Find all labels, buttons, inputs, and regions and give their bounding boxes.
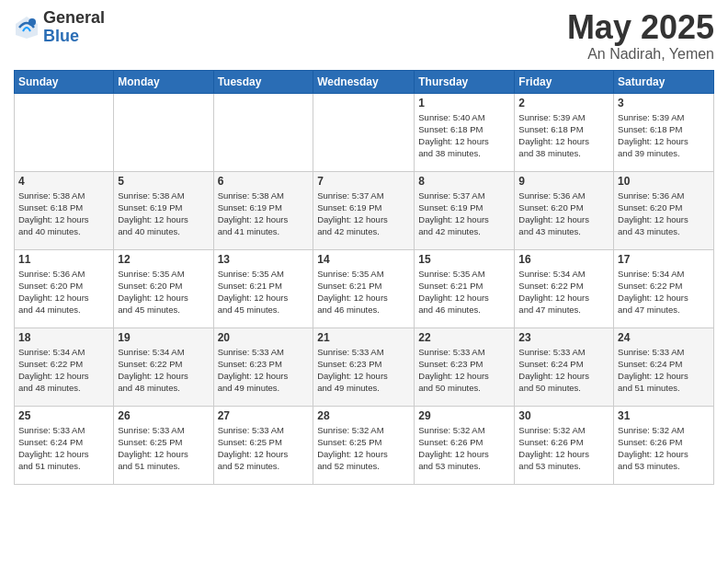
day-number: 12 bbox=[118, 253, 209, 266]
calendar-cell: 16Sunrise: 5:34 AM Sunset: 6:22 PM Dayli… bbox=[515, 249, 614, 327]
week-row-1: 1Sunrise: 5:40 AM Sunset: 6:18 PM Daylig… bbox=[15, 93, 714, 171]
day-number: 4 bbox=[18, 175, 109, 188]
day-info: Sunrise: 5:37 AM Sunset: 6:19 PM Dayligh… bbox=[418, 190, 510, 238]
calendar-cell: 3Sunrise: 5:39 AM Sunset: 6:18 PM Daylig… bbox=[614, 93, 714, 171]
day-info: Sunrise: 5:38 AM Sunset: 6:18 PM Dayligh… bbox=[18, 190, 109, 238]
day-number: 23 bbox=[518, 331, 609, 344]
calendar-cell: 21Sunrise: 5:33 AM Sunset: 6:23 PM Dayli… bbox=[313, 327, 415, 406]
day-info: Sunrise: 5:33 AM Sunset: 6:23 PM Dayligh… bbox=[418, 346, 510, 395]
day-number: 7 bbox=[317, 175, 410, 188]
day-info: Sunrise: 5:38 AM Sunset: 6:19 PM Dayligh… bbox=[118, 190, 209, 238]
day-info: Sunrise: 5:36 AM Sunset: 6:20 PM Dayligh… bbox=[18, 268, 109, 316]
calendar-cell: 19Sunrise: 5:34 AM Sunset: 6:22 PM Dayli… bbox=[114, 327, 213, 406]
logo-icon bbox=[14, 15, 40, 40]
day-number: 6 bbox=[218, 175, 310, 188]
day-number: 3 bbox=[618, 97, 710, 109]
calendar-cell: 25Sunrise: 5:33 AM Sunset: 6:24 PM Dayli… bbox=[15, 406, 114, 484]
logo-blue: Blue bbox=[43, 28, 105, 46]
calendar-cell: 13Sunrise: 5:35 AM Sunset: 6:21 PM Dayli… bbox=[213, 249, 313, 327]
header: General Blue May 2025 An Nadirah, Yemen bbox=[14, 9, 714, 63]
calendar-cell: 4Sunrise: 5:38 AM Sunset: 6:18 PM Daylig… bbox=[15, 171, 114, 249]
day-info: Sunrise: 5:33 AM Sunset: 6:24 PM Dayligh… bbox=[18, 424, 109, 473]
day-number: 24 bbox=[618, 331, 710, 344]
calendar-cell: 11Sunrise: 5:36 AM Sunset: 6:20 PM Dayli… bbox=[15, 249, 114, 327]
day-number: 18 bbox=[18, 331, 109, 344]
day-number: 28 bbox=[317, 409, 410, 422]
header-thursday: Thursday bbox=[415, 70, 515, 93]
day-number: 17 bbox=[618, 253, 710, 266]
day-info: Sunrise: 5:33 AM Sunset: 6:24 PM Dayligh… bbox=[518, 346, 609, 395]
day-info: Sunrise: 5:33 AM Sunset: 6:25 PM Dayligh… bbox=[218, 424, 310, 473]
day-info: Sunrise: 5:36 AM Sunset: 6:20 PM Dayligh… bbox=[518, 190, 609, 238]
day-number: 27 bbox=[218, 409, 310, 422]
week-row-2: 4Sunrise: 5:38 AM Sunset: 6:18 PM Daylig… bbox=[15, 171, 714, 249]
calendar-cell: 27Sunrise: 5:33 AM Sunset: 6:25 PM Dayli… bbox=[213, 406, 313, 484]
day-info: Sunrise: 5:35 AM Sunset: 6:21 PM Dayligh… bbox=[418, 268, 510, 316]
calendar-cell: 12Sunrise: 5:35 AM Sunset: 6:20 PM Dayli… bbox=[114, 249, 213, 327]
calendar-cell: 29Sunrise: 5:32 AM Sunset: 6:26 PM Dayli… bbox=[415, 406, 515, 484]
week-row-5: 25Sunrise: 5:33 AM Sunset: 6:24 PM Dayli… bbox=[15, 406, 714, 484]
day-info: Sunrise: 5:36 AM Sunset: 6:20 PM Dayligh… bbox=[618, 190, 710, 238]
week-row-3: 11Sunrise: 5:36 AM Sunset: 6:20 PM Dayli… bbox=[15, 249, 714, 327]
page: General Blue May 2025 An Nadirah, Yemen … bbox=[0, 0, 728, 563]
day-info: Sunrise: 5:33 AM Sunset: 6:24 PM Dayligh… bbox=[618, 346, 710, 395]
calendar-header-row: Sunday Monday Tuesday Wednesday Thursday… bbox=[15, 70, 714, 93]
day-info: Sunrise: 5:35 AM Sunset: 6:20 PM Dayligh… bbox=[118, 268, 209, 316]
calendar-cell: 24Sunrise: 5:33 AM Sunset: 6:24 PM Dayli… bbox=[614, 327, 714, 406]
day-info: Sunrise: 5:34 AM Sunset: 6:22 PM Dayligh… bbox=[18, 346, 109, 395]
calendar-cell: 18Sunrise: 5:34 AM Sunset: 6:22 PM Dayli… bbox=[15, 327, 114, 406]
header-sunday: Sunday bbox=[15, 70, 114, 93]
day-info: Sunrise: 5:35 AM Sunset: 6:21 PM Dayligh… bbox=[218, 268, 310, 316]
calendar-cell bbox=[15, 93, 114, 171]
day-info: Sunrise: 5:40 AM Sunset: 6:18 PM Dayligh… bbox=[418, 111, 510, 160]
day-number: 25 bbox=[18, 409, 109, 422]
calendar-cell: 31Sunrise: 5:32 AM Sunset: 6:26 PM Dayli… bbox=[614, 406, 714, 484]
calendar-cell bbox=[114, 93, 213, 171]
logo: General Blue bbox=[14, 9, 105, 46]
calendar-cell: 23Sunrise: 5:33 AM Sunset: 6:24 PM Dayli… bbox=[515, 327, 614, 406]
day-info: Sunrise: 5:35 AM Sunset: 6:21 PM Dayligh… bbox=[317, 268, 410, 316]
day-number: 16 bbox=[518, 253, 609, 266]
calendar-table: Sunday Monday Tuesday Wednesday Thursday… bbox=[14, 70, 714, 485]
day-number: 11 bbox=[18, 253, 109, 266]
day-number: 8 bbox=[418, 175, 510, 188]
day-number: 21 bbox=[317, 331, 410, 344]
day-number: 2 bbox=[518, 97, 609, 109]
day-info: Sunrise: 5:37 AM Sunset: 6:19 PM Dayligh… bbox=[317, 190, 410, 238]
calendar-cell: 8Sunrise: 5:37 AM Sunset: 6:19 PM Daylig… bbox=[415, 171, 515, 249]
logo-general: General bbox=[43, 9, 105, 28]
day-number: 22 bbox=[418, 331, 510, 344]
day-info: Sunrise: 5:34 AM Sunset: 6:22 PM Dayligh… bbox=[518, 268, 609, 316]
calendar-cell: 7Sunrise: 5:37 AM Sunset: 6:19 PM Daylig… bbox=[313, 171, 415, 249]
day-info: Sunrise: 5:34 AM Sunset: 6:22 PM Dayligh… bbox=[118, 346, 209, 395]
header-friday: Friday bbox=[515, 70, 614, 93]
day-number: 29 bbox=[418, 409, 510, 422]
day-number: 30 bbox=[518, 409, 609, 422]
day-number: 20 bbox=[218, 331, 310, 344]
day-info: Sunrise: 5:32 AM Sunset: 6:26 PM Dayligh… bbox=[518, 424, 609, 473]
day-info: Sunrise: 5:32 AM Sunset: 6:26 PM Dayligh… bbox=[618, 424, 710, 473]
day-number: 26 bbox=[118, 409, 209, 422]
calendar-cell: 5Sunrise: 5:38 AM Sunset: 6:19 PM Daylig… bbox=[114, 171, 213, 249]
calendar-cell: 10Sunrise: 5:36 AM Sunset: 6:20 PM Dayli… bbox=[614, 171, 714, 249]
calendar-cell bbox=[213, 93, 313, 171]
day-number: 10 bbox=[618, 175, 710, 188]
calendar-cell: 20Sunrise: 5:33 AM Sunset: 6:23 PM Dayli… bbox=[213, 327, 313, 406]
calendar-cell: 6Sunrise: 5:38 AM Sunset: 6:19 PM Daylig… bbox=[213, 171, 313, 249]
header-monday: Monday bbox=[114, 70, 213, 93]
day-info: Sunrise: 5:33 AM Sunset: 6:25 PM Dayligh… bbox=[118, 424, 209, 473]
calendar-cell: 30Sunrise: 5:32 AM Sunset: 6:26 PM Dayli… bbox=[515, 406, 614, 484]
week-row-4: 18Sunrise: 5:34 AM Sunset: 6:22 PM Dayli… bbox=[15, 327, 714, 406]
day-number: 9 bbox=[518, 175, 609, 188]
calendar-cell: 28Sunrise: 5:32 AM Sunset: 6:25 PM Dayli… bbox=[313, 406, 415, 484]
calendar-cell: 26Sunrise: 5:33 AM Sunset: 6:25 PM Dayli… bbox=[114, 406, 213, 484]
calendar-cell: 14Sunrise: 5:35 AM Sunset: 6:21 PM Dayli… bbox=[313, 249, 415, 327]
logo-text: General Blue bbox=[43, 9, 105, 46]
day-info: Sunrise: 5:33 AM Sunset: 6:23 PM Dayligh… bbox=[218, 346, 310, 395]
day-number: 31 bbox=[618, 409, 710, 422]
calendar-cell: 9Sunrise: 5:36 AM Sunset: 6:20 PM Daylig… bbox=[515, 171, 614, 249]
day-number: 13 bbox=[218, 253, 310, 266]
title-block: May 2025 An Nadirah, Yemen bbox=[567, 9, 714, 63]
header-tuesday: Tuesday bbox=[213, 70, 313, 93]
day-number: 14 bbox=[317, 253, 410, 266]
